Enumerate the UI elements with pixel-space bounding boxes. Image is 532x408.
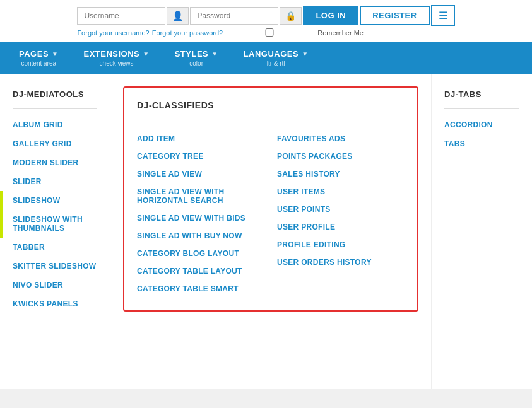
username-input[interactable] [77, 7, 165, 25]
username-icon-btn[interactable]: 👤 [167, 7, 189, 25]
link-add-item[interactable]: ADD ITEM [137, 130, 264, 148]
link-points-packages[interactable]: POINTS PACKAGES [277, 148, 405, 165]
remember-me-label: Remember Me [317, 29, 364, 37]
left-sidebar: DJ-MEDIATOOLS ALBUM GRID GALLERY GRID MO… [0, 74, 110, 389]
nav-languages-arrow-icon: ▼ [302, 50, 308, 57]
nav-styles-label: STYLES [175, 49, 209, 59]
link-category-tree[interactable]: CATEGORY TREE [137, 148, 264, 165]
password-icon-btn[interactable]: 🔒 [280, 7, 302, 25]
nav-item-extensions[interactable]: EXTENSIONS ▼ check views [71, 42, 162, 74]
main-content: DJ-MEDIATOOLS ALBUM GRID GALLERY GRID MO… [0, 74, 532, 389]
nav-styles-arrow-icon: ▼ [211, 50, 218, 57]
link-single-ad-view[interactable]: SINGLE AD VIEW [137, 165, 264, 183]
link-single-ad-buy-now[interactable]: SINGLE AD WITH BUY NOW [137, 227, 264, 245]
nav-item-styles[interactable]: STYLES ▼ color [162, 42, 231, 74]
link-user-orders[interactable]: USER ORDERS HISTORY [277, 254, 405, 271]
top-bar: 👤 🔒 LOG IN REGISTER ☰ Forgot your userna… [0, 0, 532, 42]
forgot-row: Forgot your username? Forgot your passwo… [77, 28, 454, 37]
sidebar-item-album-grid[interactable]: ALBUM GRID [0, 115, 110, 134]
nav-languages-sub: ltr & rtl [267, 60, 285, 67]
link-user-points[interactable]: USER POINTS [277, 201, 405, 218]
left-sidebar-divider [13, 108, 97, 109]
nav-languages-label: LANGUAGES [244, 49, 299, 59]
forgot-password-link[interactable]: Forgot your password? [152, 29, 223, 37]
credential-row: 👤 🔒 LOG IN REGISTER ☰ [77, 5, 454, 26]
link-sales-history[interactable]: SALES HISTORY [277, 165, 405, 183]
nav-extensions-label: EXTENSIONS [83, 49, 139, 59]
nav-styles-sub: color [189, 60, 203, 67]
nav-pages-label: PAGES [19, 49, 49, 59]
sidebar-item-gallery-grid[interactable]: GALLERY GRID [0, 134, 110, 153]
sidebar-item-tabs[interactable]: TABS [432, 134, 532, 153]
dropdown-section-title: DJ-CLASSIFIEDS [137, 100, 264, 110]
dropdown-divider [137, 120, 264, 120]
dropdown-right-col: FAVOURITES ADS POINTS PACKAGES SALES HIS… [277, 100, 405, 298]
nav-extensions-sub: check views [100, 60, 134, 67]
sidebar-item-kwicks[interactable]: KWICKS PANELS [0, 294, 110, 313]
nav-extensions-title-row: EXTENSIONS ▼ [83, 49, 149, 59]
register-button[interactable]: REGISTER [360, 6, 429, 25]
center-panel: DJ-CLASSIFIEDS ADD ITEM CATEGORY TREE SI… [110, 74, 431, 389]
nav-item-languages[interactable]: LANGUAGES ▼ ltr & rtl [231, 42, 321, 74]
sidebar-item-slideshow[interactable]: SLIDESHOW [0, 191, 110, 210]
nav-styles-title-row: STYLES ▼ [175, 49, 218, 59]
right-sidebar: DJ-TABS ACCORDION TABS [431, 74, 532, 389]
hamburger-button[interactable]: ☰ [431, 5, 455, 26]
dropdown-right-divider [277, 120, 405, 120]
link-category-table-smart[interactable]: CATEGORY TABLE SMART [137, 280, 264, 298]
link-category-blog[interactable]: CATEGORY BLOG LAYOUT [137, 245, 264, 262]
dropdown-right-spacer [277, 100, 405, 110]
right-sidebar-divider [444, 108, 519, 109]
password-input[interactable] [190, 7, 278, 25]
right-sidebar-title: DJ-TABS [432, 83, 532, 108]
link-single-ad-bids[interactable]: SINGLE AD VIEW WITH BIDS [137, 209, 264, 227]
remember-me-checkbox[interactable] [225, 28, 314, 37]
sidebar-item-slider[interactable]: SLIDER [0, 172, 110, 191]
sidebar-item-accordion[interactable]: ACCORDION [432, 115, 532, 134]
sidebar-item-slideshow-thumbnails[interactable]: SLIDESHOW WITH THUMBNAILS [0, 210, 110, 238]
sidebar-item-tabber[interactable]: TABBER [0, 238, 110, 257]
login-button[interactable]: LOG IN [303, 6, 358, 25]
left-sidebar-title: DJ-MEDIATOOLS [0, 83, 110, 108]
nav-pages-title-row: PAGES ▼ [19, 49, 58, 59]
dropdown-box: DJ-CLASSIFIEDS ADD ITEM CATEGORY TREE SI… [123, 86, 418, 312]
nav-pages-arrow-icon: ▼ [52, 50, 58, 57]
link-single-ad-horizontal[interactable]: SINGLE AD VIEW WITH HORIZONTAL SEARCH [137, 183, 264, 209]
nav-extensions-arrow-icon: ▼ [143, 50, 149, 57]
nav-bar: PAGES ▼ content area EXTENSIONS ▼ check … [0, 42, 532, 74]
link-user-profile[interactable]: USER PROFILE [277, 218, 405, 236]
link-user-items[interactable]: USER ITEMS [277, 183, 405, 201]
sidebar-item-modern-slider[interactable]: MODERN SLIDER [0, 153, 110, 172]
nav-item-pages[interactable]: PAGES ▼ content area [6, 42, 71, 74]
link-favourites-ads[interactable]: FAVOURITES ADS [277, 130, 405, 148]
sidebar-item-skitter[interactable]: SKITTER SLIDESHOW [0, 257, 110, 276]
forgot-username-link[interactable]: Forgot your username? [77, 29, 149, 37]
sidebar-item-nivo-slider[interactable]: NIVO SLIDER [0, 276, 110, 294]
link-profile-editing[interactable]: PROFILE EDITING [277, 236, 405, 254]
nav-languages-title-row: LANGUAGES ▼ [244, 49, 309, 59]
auth-inputs: 👤 🔒 LOG IN REGISTER ☰ Forgot your userna… [77, 5, 454, 37]
link-category-table[interactable]: CATEGORY TABLE LAYOUT [137, 262, 264, 280]
nav-pages-sub: content area [21, 60, 56, 67]
dropdown-left-col: DJ-CLASSIFIEDS ADD ITEM CATEGORY TREE SI… [137, 100, 277, 298]
